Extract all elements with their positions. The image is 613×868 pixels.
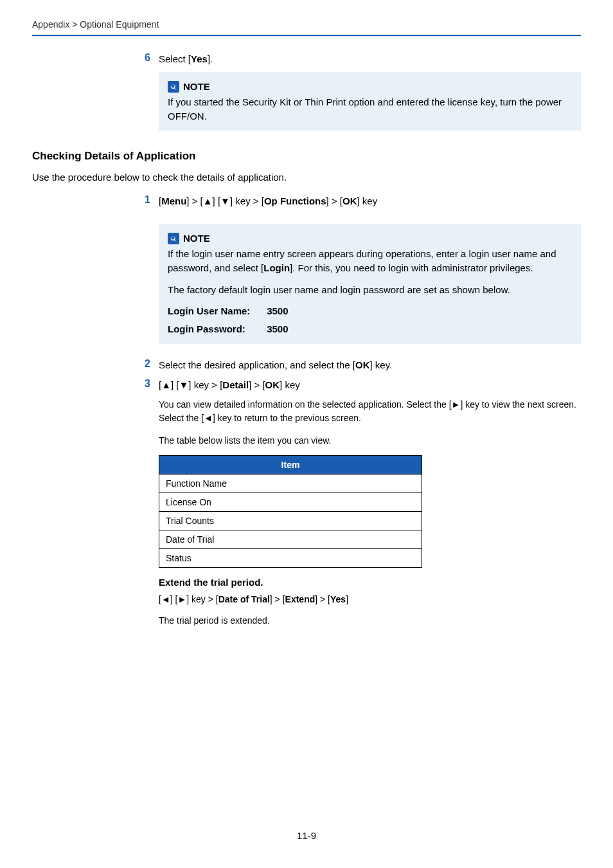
- text-fragment: ].: [208, 53, 213, 64]
- bold-key: Yes: [191, 53, 208, 64]
- text-fragment: ]. For this, you need to login with admi…: [290, 262, 533, 273]
- step-number: 6: [145, 52, 159, 66]
- login-user-row: Login User Name: 3500: [168, 304, 572, 318]
- login-pass-row: Login Password: 3500: [168, 322, 572, 336]
- note-box: NOTE If you started the Security Kit or …: [159, 72, 581, 131]
- note-label: NOTE: [183, 231, 210, 246]
- table-cell: Date of Trial: [159, 530, 422, 548]
- bold-key: Date of Trial: [218, 594, 270, 604]
- extend-after: The trial period is extended.: [159, 614, 581, 628]
- note-text: If you started the Security Kit or Thin …: [168, 95, 572, 123]
- page-number: 11-9: [0, 830, 613, 841]
- text-fragment: Select [: [159, 53, 191, 64]
- bold-key: Yes: [330, 594, 346, 604]
- intro-text: Use the procedure below to check the det…: [32, 170, 581, 184]
- table-header: Item: [159, 455, 422, 474]
- step-3: 3 [▲] [▼] key > [Detail] > [OK] key: [145, 378, 581, 392]
- table-cell: Trial Counts: [159, 511, 422, 530]
- item-table: Item Function Name License On Trial Coun…: [159, 455, 422, 568]
- text-fragment: ] > [▲] [▼] key > [: [186, 195, 264, 206]
- bold-key: Menu: [161, 195, 186, 206]
- bold-key: OK: [355, 359, 370, 370]
- bold-key: Extend: [285, 594, 315, 604]
- section-heading: Checking Details of Application: [32, 150, 581, 163]
- step-text: [Menu] > [▲] [▼] key > [Op Functions] > …: [159, 194, 377, 208]
- text-fragment: ] key: [280, 379, 300, 390]
- bold-key: OK: [342, 195, 357, 206]
- table-row: Status: [159, 548, 422, 567]
- extend-heading: Extend the trial period.: [159, 577, 581, 588]
- login-pass-value: 3500: [267, 323, 288, 334]
- extend-path: [◄] [►] key > [Date of Trial] > [Extend]…: [159, 593, 581, 606]
- note-box: NOTE If the login user name entry screen…: [159, 224, 581, 344]
- table-row: Trial Counts: [159, 511, 422, 530]
- table-cell: Function Name: [159, 474, 422, 493]
- text-fragment: ] > [: [326, 195, 342, 206]
- text-fragment: ] key.: [370, 359, 393, 370]
- text-fragment: [▲] [▼] key > [: [159, 379, 222, 390]
- note-text: If the login user name entry screen appe…: [168, 247, 572, 275]
- note-label: NOTE: [183, 80, 210, 94]
- note-text: The factory default login user name and …: [168, 283, 572, 297]
- step-subtext: You can view detailed information on the…: [159, 398, 581, 425]
- text-fragment: [◄] [►] key > [: [159, 594, 218, 604]
- bold-key: OK: [265, 379, 280, 390]
- text-fragment: Select the desired application, and sele…: [159, 359, 355, 370]
- table-row: Date of Trial: [159, 530, 422, 548]
- step-number: 1: [145, 194, 159, 208]
- bold-key: Login: [263, 262, 290, 273]
- step-2: 2 Select the desired application, and se…: [145, 358, 581, 372]
- header-divider: [32, 35, 581, 36]
- login-user-label: Login User Name:: [168, 304, 264, 318]
- text-fragment: ] > [: [249, 379, 265, 390]
- text-fragment: ] > [: [270, 594, 285, 604]
- table-row: Function Name: [159, 474, 422, 493]
- table-cell: Status: [159, 548, 422, 567]
- login-pass-label: Login Password:: [168, 322, 264, 336]
- note-icon: [168, 233, 179, 244]
- step-6: 6 Select [Yes].: [145, 52, 581, 66]
- breadcrumb: Appendix > Optional Equipment: [32, 19, 581, 35]
- table-cell: License On: [159, 493, 422, 511]
- step-text: [▲] [▼] key > [Detail] > [OK] key: [159, 378, 300, 392]
- text-fragment: ] > [: [315, 594, 330, 604]
- step-subtext: The table below lists the item you can v…: [159, 434, 581, 448]
- step-number: 3: [145, 378, 159, 392]
- note-icon: [168, 81, 179, 93]
- text-fragment: ]: [346, 594, 348, 604]
- step-text: Select [Yes].: [159, 52, 213, 66]
- step-1: 1 [Menu] > [▲] [▼] key > [Op Functions] …: [145, 194, 581, 208]
- table-row: License On: [159, 493, 422, 511]
- step-number: 2: [145, 358, 159, 372]
- step-text: Select the desired application, and sele…: [159, 358, 392, 372]
- text-fragment: ] key: [357, 195, 378, 206]
- login-user-value: 3500: [267, 305, 288, 316]
- bold-key: Op Functions: [264, 195, 326, 206]
- bold-key: Detail: [222, 379, 249, 390]
